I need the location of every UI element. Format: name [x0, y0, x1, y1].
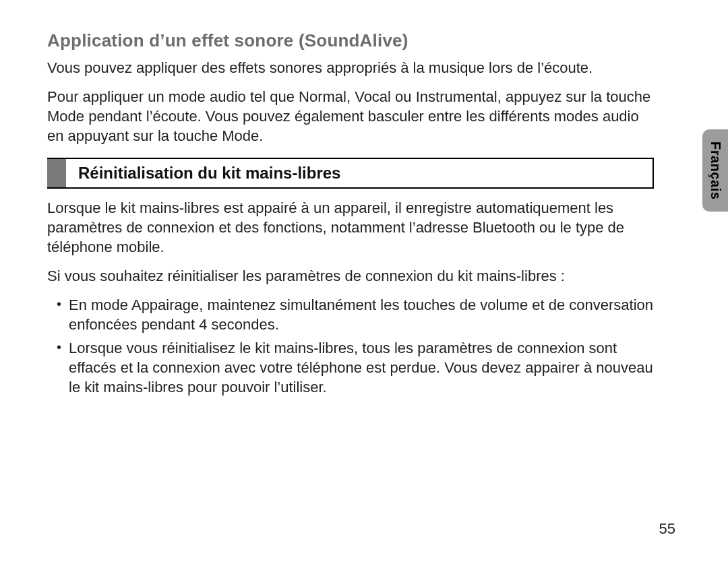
list-item: En mode Appairage, maintenez simultanéme… [47, 295, 654, 334]
page-content: Application d’un effet sonore (SoundAliv… [47, 30, 654, 406]
section2-heading-box: Réinitialisation du kit mains-libres [47, 158, 654, 189]
section-heading-bar [47, 159, 66, 187]
section2-heading: Réinitialisation du kit mains-libres [66, 159, 340, 187]
section2-para1: Lorsque le kit mains-libres est appairé … [47, 198, 654, 257]
section1-para1: Vous pouvez appliquer des effets sonores… [47, 58, 654, 77]
section2-bullets: En mode Appairage, maintenez simultanéme… [47, 295, 654, 397]
language-tab: Français [702, 129, 728, 212]
section1-heading: Application d’un effet sonore (SoundAliv… [47, 30, 654, 51]
section1-para2: Pour appliquer un mode audio tel que Nor… [47, 87, 654, 146]
section2-para2: Si vous souhaitez réinitialiser les para… [47, 266, 654, 286]
page-number: 55 [659, 520, 675, 538]
list-item: Lorsque vous réinitialisez le kit mains-… [47, 338, 654, 397]
language-tab-label: Français [708, 142, 723, 199]
